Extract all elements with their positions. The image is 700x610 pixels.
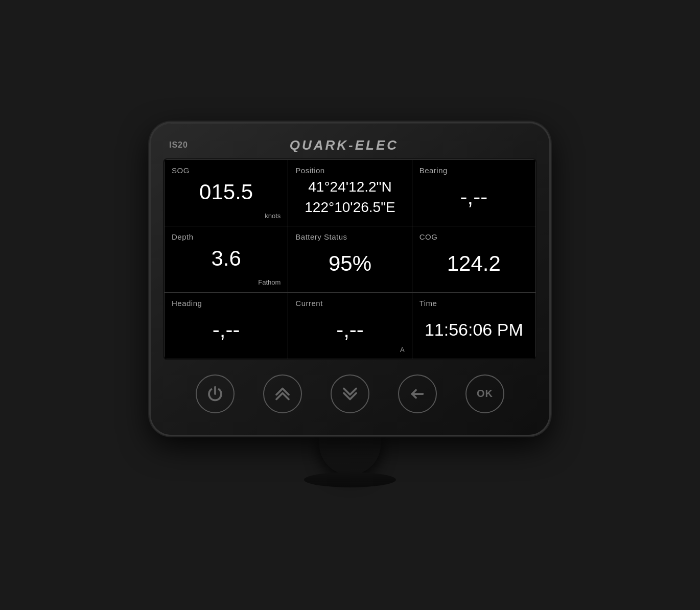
power-button[interactable] — [196, 374, 235, 413]
back-button[interactable] — [398, 374, 437, 413]
depth-unit: Fathom — [172, 278, 281, 286]
sog-unit: knots — [172, 212, 281, 220]
heading-label: Heading — [172, 299, 281, 308]
down-button[interactable] — [331, 374, 369, 413]
back-arrow-icon — [408, 385, 427, 403]
data-grid: SOG 015.5 knots Position 41°24'12.2"N 12… — [164, 159, 536, 359]
current-label: Current — [295, 299, 404, 308]
device-stand — [319, 434, 381, 475]
current-value: -,-- — [295, 308, 404, 353]
battery-cell: Battery Status 95% — [288, 226, 412, 293]
brand-name: QUARK-ELEC — [290, 137, 399, 153]
device-body: IS20 QUARK-ELEC SOG 015.5 knots Position… — [151, 123, 549, 435]
current-cell: Current -,-- A — [288, 293, 412, 359]
device-wrapper: IS20 QUARK-ELEC SOG 015.5 knots Position… — [151, 123, 549, 487]
up-button[interactable] — [263, 374, 302, 413]
battery-label: Battery Status — [295, 232, 404, 241]
depth-cell: Depth 3.6 Fathom — [165, 226, 288, 293]
cog-label: COG — [419, 232, 528, 241]
position-label: Position — [295, 166, 404, 175]
position-line2: 122°10'26.5"E — [305, 197, 395, 217]
time-label: Time — [419, 299, 528, 308]
battery-value: 95% — [295, 241, 404, 286]
bearing-value: -,-- — [419, 175, 528, 220]
sog-cell: SOG 015.5 knots — [165, 160, 288, 226]
top-bar: IS20 QUARK-ELEC — [161, 133, 539, 158]
model-name: IS20 — [169, 140, 188, 150]
bearing-label: Bearing — [419, 166, 528, 175]
ok-label: OK — [477, 388, 493, 400]
position-cell: Position 41°24'12.2"N 122°10'26.5"E — [288, 160, 412, 226]
cog-cell: COG 124.2 — [412, 226, 536, 293]
ok-button[interactable]: OK — [465, 374, 504, 413]
heading-value: -,-- — [172, 308, 281, 353]
double-chevron-down-icon — [341, 385, 359, 403]
sog-label: SOG — [172, 166, 281, 175]
current-unit: A — [400, 346, 405, 354]
buttons-bar: OK — [161, 360, 539, 419]
depth-label: Depth — [172, 232, 281, 241]
position-value: 41°24'12.2"N 122°10'26.5"E — [295, 175, 404, 220]
heading-cell: Heading -,-- — [165, 293, 288, 359]
cog-value: 124.2 — [419, 241, 528, 286]
screen: SOG 015.5 knots Position 41°24'12.2"N 12… — [163, 158, 537, 360]
sog-value: 015.5 — [172, 175, 281, 210]
time-value: 11:56:06 PM — [419, 308, 528, 353]
depth-value: 3.6 — [172, 241, 281, 276]
time-cell: Time 11:56:06 PM — [412, 293, 536, 359]
double-chevron-up-icon — [273, 385, 292, 403]
device-base — [304, 472, 396, 487]
position-line1: 41°24'12.2"N — [308, 177, 392, 197]
bearing-cell: Bearing -,-- — [412, 160, 536, 226]
power-icon — [206, 385, 224, 403]
